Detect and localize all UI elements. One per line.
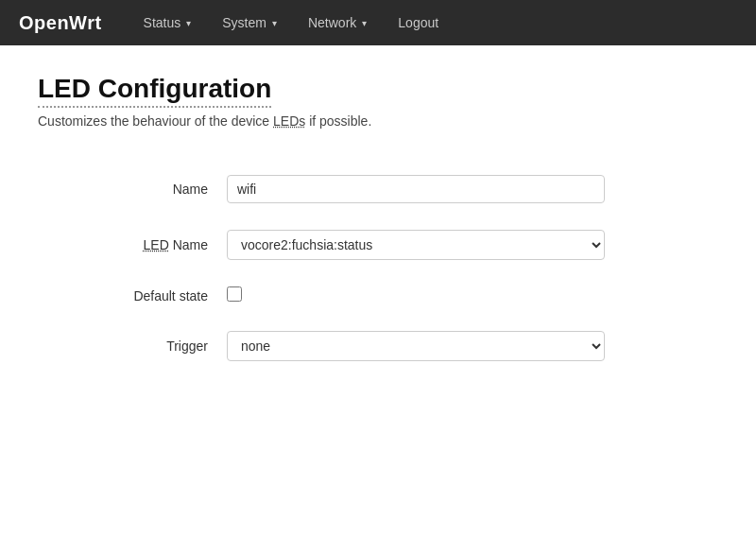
label-trigger: Trigger [38, 338, 227, 354]
page-description: Customizes the behaviour of the device L… [38, 113, 718, 129]
trigger-select[interactable]: none [227, 331, 605, 361]
led-label-text: LED [144, 237, 169, 252]
nav-item-status: Status ▾ [130, 8, 205, 38]
main-content: LED Configuration Customizes the behavio… [0, 45, 756, 403]
label-name: Name [38, 182, 227, 197]
led-name-select[interactable]: vocore2:fuchsia:status [227, 230, 605, 260]
navbar-nav: Status ▾ System ▾ Network ▾ Logout [130, 8, 453, 38]
form-row-default-state: Default state [38, 273, 718, 318]
form-row-trigger: Trigger none [38, 318, 718, 374]
form-control-default-state [227, 286, 605, 304]
chevron-down-icon: ▾ [186, 18, 191, 28]
navbar-brand[interactable]: OpenWrt [19, 12, 102, 34]
form-control-name [227, 175, 605, 203]
nav-label-network: Network [308, 15, 356, 30]
nav-item-system: System ▾ [209, 8, 290, 38]
chevron-down-icon-3: ▾ [362, 18, 367, 28]
nav-link-status[interactable]: Status ▾ [130, 8, 205, 38]
nav-link-logout[interactable]: Logout [385, 8, 452, 38]
default-state-checkbox[interactable] [227, 286, 242, 302]
name-input[interactable] [227, 175, 605, 203]
form-control-led-name: vocore2:fuchsia:status [227, 230, 605, 260]
nav-label-status: Status [144, 15, 181, 30]
nav-label-system: System [222, 15, 266, 30]
chevron-down-icon-2: ▾ [272, 18, 277, 28]
form-row-led-name: LED Name vocore2:fuchsia:status [38, 217, 718, 273]
label-led-name: LED Name [38, 237, 227, 252]
nav-item-logout: Logout [385, 8, 452, 38]
form-row-name: Name [38, 162, 718, 217]
label-default-state: Default state [38, 288, 227, 304]
nav-link-network[interactable]: Network ▾ [295, 8, 380, 38]
navbar: OpenWrt Status ▾ System ▾ Network ▾ Logo… [0, 0, 756, 45]
nav-label-logout: Logout [398, 15, 438, 30]
led-config-form: Name LED Name vocore2:fuchsia:status Def… [38, 162, 718, 374]
nav-item-network: Network ▾ [295, 8, 380, 38]
nav-link-system[interactable]: System ▾ [209, 8, 290, 38]
page-title: LED Configuration [38, 74, 271, 108]
leds-text: LEDs [273, 113, 305, 129]
form-control-trigger: none [227, 331, 605, 361]
